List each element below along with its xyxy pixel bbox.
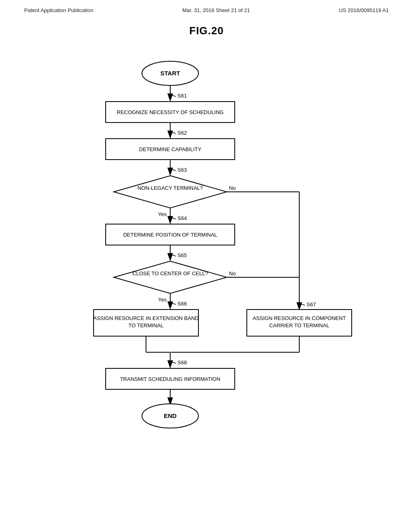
figure-title: FIG.20 bbox=[0, 25, 413, 37]
close-to-center-label: CLOSE TO CENTER OF CELL? bbox=[132, 270, 208, 276]
non-legacy-label: NON-LEGACY TERMINAL? bbox=[138, 185, 203, 191]
transmit-label: TRANSMIT SCHEDULING INFORMATION bbox=[120, 376, 221, 382]
s63-label: S63 bbox=[177, 167, 187, 173]
yes2-label: Yes bbox=[158, 297, 167, 303]
determine-pos-label: DETERMINE POSITION OF TERMINAL bbox=[123, 232, 217, 238]
assign-comp-label1: ASSIGN RESOURCE IN COMPONENT bbox=[252, 315, 346, 321]
recognize-label: RECOGNIZE NECESSITY OF SCHEDULING bbox=[117, 109, 224, 115]
assign-ext-label1: ASSIGN RESOURCE IN EXTENSION BAND bbox=[93, 315, 199, 321]
page-header: Patent Application Publication Mar. 31, … bbox=[0, 0, 413, 13]
assign-ext-label2: TO TERMINAL bbox=[129, 322, 164, 328]
header-left: Patent Application Publication bbox=[24, 7, 93, 13]
s64-label: S64 bbox=[177, 215, 187, 221]
s61-label: S61 bbox=[177, 93, 187, 99]
flowchart-svg: START S61 RECOGNIZE NECESSITY OF SCHEDUL… bbox=[41, 49, 372, 509]
s62-label: S62 bbox=[177, 130, 187, 136]
svg-marker-6 bbox=[114, 176, 227, 208]
flowchart-container: START S61 RECOGNIZE NECESSITY OF SCHEDUL… bbox=[0, 49, 413, 509]
start-label: START bbox=[161, 70, 180, 77]
assign-comp-label2: CARRIER TO TERMINAL bbox=[269, 322, 330, 328]
s68-label: S68 bbox=[177, 360, 187, 366]
s65-label: S65 bbox=[177, 252, 187, 258]
svg-marker-10 bbox=[114, 261, 227, 293]
header-middle: Mar. 31, 2016 Sheet 21 of 21 bbox=[182, 7, 250, 13]
determine-cap-label: DETERMINE CAPABILITY bbox=[139, 146, 202, 152]
yes1-label: Yes bbox=[158, 211, 167, 217]
no2-label: No bbox=[229, 270, 236, 276]
header-right: US 2016/0095119 A1 bbox=[339, 7, 389, 13]
s67-label: S67 bbox=[307, 301, 316, 308]
end-label: END bbox=[164, 412, 177, 419]
no1-label: No bbox=[229, 185, 236, 191]
s66-label: S66 bbox=[177, 301, 187, 307]
